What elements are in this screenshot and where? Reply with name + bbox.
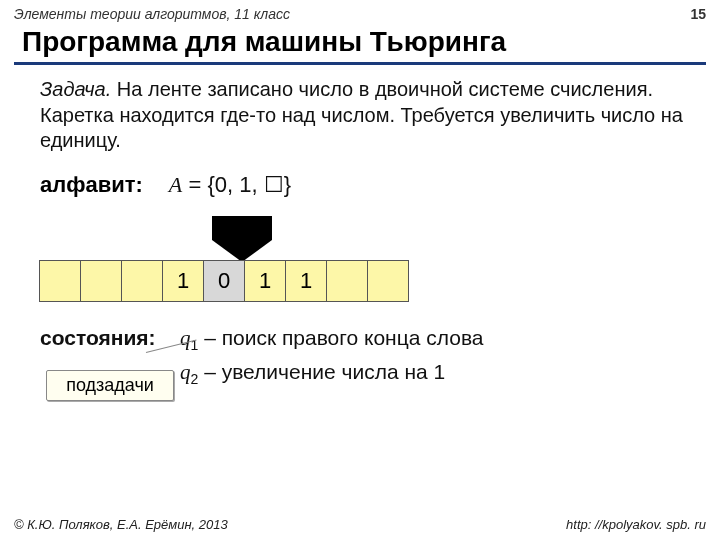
state-row: q2 – увеличение числа на 1 — [180, 356, 445, 390]
tape-cell — [121, 260, 163, 302]
head-rect — [212, 216, 272, 240]
course-label: Элементы теории алгоритмов, 11 класс — [14, 6, 290, 22]
alphabet-label: алфавит: — [40, 172, 143, 198]
slide-footer: © К.Ю. Поляков, Е.А. Ерёмин, 2013 http: … — [0, 509, 720, 540]
task-block: Задача. На ленте записано число в двоичн… — [0, 75, 720, 166]
copyright: © К.Ю. Поляков, Е.А. Ерёмин, 2013 — [14, 517, 228, 532]
alphabet-value: A = {0, 1, ☐} — [169, 172, 291, 198]
tape: 1011 — [40, 260, 409, 302]
slide-title: Программа для машины Тьюринга — [0, 24, 720, 62]
tape-cell — [367, 260, 409, 302]
tape-cell: 1 — [244, 260, 286, 302]
state-row: q1 – поиск правого конца слова — [180, 322, 484, 356]
alphabet-row: алфавит: A = {0, 1, ☐} — [0, 166, 720, 206]
states-label: состояния: — [40, 322, 180, 356]
tape-cell — [326, 260, 368, 302]
task-text: На ленте записано число в двоичной систе… — [40, 78, 683, 151]
tape-cell: 1 — [162, 260, 204, 302]
tape-cell: 0 — [203, 260, 245, 302]
tape-cell — [80, 260, 122, 302]
title-underline — [14, 62, 706, 65]
head-triangle-icon — [212, 240, 272, 262]
slide-header: Элементы теории алгоритмов, 11 класс 15 — [0, 0, 720, 24]
task-label: Задача. — [40, 78, 111, 100]
footer-url: http: //kpolyakov. spb. ru — [566, 517, 706, 532]
callout: подзадачи — [46, 370, 174, 401]
tape-head — [212, 216, 272, 264]
callout-box: подзадачи — [46, 370, 174, 401]
tape-cell — [39, 260, 81, 302]
turing-tape-area: 1011 — [40, 216, 720, 306]
page-number: 15 — [690, 6, 706, 22]
tape-cell: 1 — [285, 260, 327, 302]
